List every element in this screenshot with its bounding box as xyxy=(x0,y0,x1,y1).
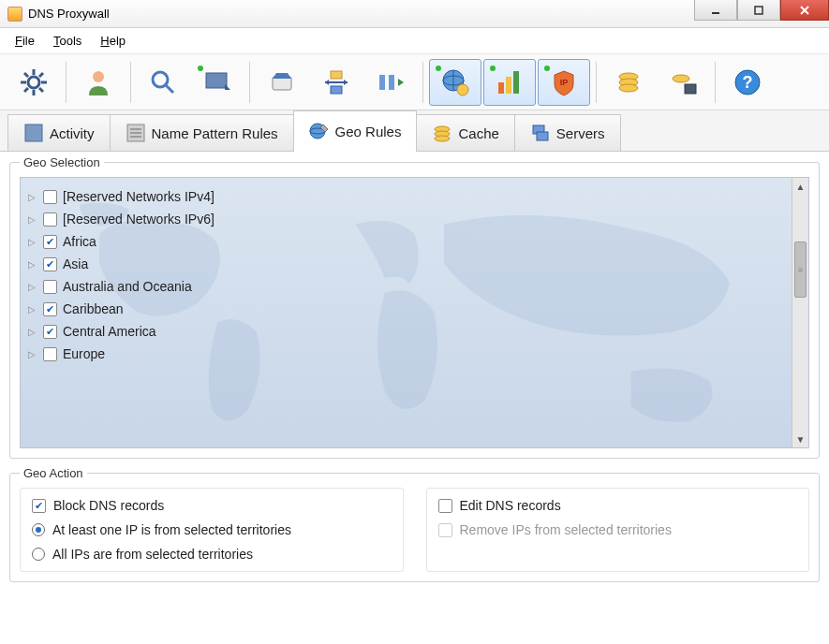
window-controls xyxy=(694,0,829,21)
geo-item[interactable]: ▷✔Africa xyxy=(24,230,805,253)
maximize-button[interactable] xyxy=(737,0,780,21)
minimize-button[interactable] xyxy=(694,0,737,21)
scroll-up-button[interactable]: ▲ xyxy=(792,178,808,195)
tool-help[interactable]: ? xyxy=(721,59,774,106)
help-icon: ? xyxy=(733,67,762,97)
geo-item[interactable]: ▷✔Central America xyxy=(24,320,805,343)
checkbox-icon[interactable] xyxy=(43,212,57,227)
geo-action-left: ✔ Block DNS records At least one IP is f… xyxy=(20,488,404,572)
menu-tools[interactable]: Tools xyxy=(46,31,89,51)
toolbar: IP ? xyxy=(0,54,829,110)
svg-rect-29 xyxy=(513,71,519,94)
svg-point-33 xyxy=(619,84,638,92)
checkbox-icon[interactable]: ✔ xyxy=(43,235,57,249)
tab-servers[interactable]: Servers xyxy=(514,114,621,151)
menu-file[interactable]: File xyxy=(7,31,42,51)
tool-settings[interactable] xyxy=(7,59,60,106)
tab-geo-rules[interactable]: Geo Rules xyxy=(293,110,418,151)
geo-item[interactable]: ▷[Reserved Networks IPv6] xyxy=(24,208,805,230)
tab-label: Cache xyxy=(458,125,498,141)
user-icon xyxy=(83,67,113,97)
checkbox-icon[interactable] xyxy=(43,347,57,361)
svg-rect-1 xyxy=(755,7,762,14)
checkbox-icon[interactable] xyxy=(43,190,57,204)
svg-line-15 xyxy=(166,85,173,93)
radio-all-ips[interactable]: All IPs are from selected territories xyxy=(32,547,392,562)
tool-user[interactable] xyxy=(72,59,125,106)
gear-icon xyxy=(19,67,49,97)
expand-icon[interactable]: ▷ xyxy=(26,326,37,337)
geo-item[interactable]: ▷Australia and Oceania xyxy=(24,275,805,298)
tool-disk-coins[interactable] xyxy=(657,59,709,106)
tab-cache[interactable]: Cache xyxy=(416,114,514,151)
expand-icon[interactable]: ▷ xyxy=(26,348,37,359)
close-icon xyxy=(799,5,810,16)
checkbox-icon: ✔ xyxy=(32,499,46,513)
tab-label: Name Pattern Rules xyxy=(152,125,278,141)
expand-icon[interactable]: ▷ xyxy=(26,303,37,315)
svg-rect-21 xyxy=(379,75,385,90)
globe-icon xyxy=(440,67,470,97)
geo-item-label: Africa xyxy=(63,234,96,249)
geo-item[interactable]: ▷Europe xyxy=(24,343,805,365)
content-area: Geo Selection ▷[Reserved Networks IPv4]▷… xyxy=(0,152,829,599)
expand-icon[interactable]: ▷ xyxy=(26,213,37,225)
checkbox-icon[interactable]: ✔ xyxy=(43,302,57,316)
scroll-thumb[interactable] xyxy=(794,242,807,298)
expand-icon[interactable]: ▷ xyxy=(26,258,37,270)
tool-search[interactable] xyxy=(137,59,189,106)
tool-ports[interactable] xyxy=(364,59,417,106)
tool-eraser[interactable] xyxy=(256,59,308,106)
checkbox-icon[interactable] xyxy=(43,280,57,294)
geo-action-fieldset: Geo Action ✔ Block DNS records At least … xyxy=(9,466,820,582)
toolbar-separator xyxy=(249,62,250,103)
radio-at-least-one[interactable]: At least one IP is from selected territo… xyxy=(32,522,392,537)
tab-name-pattern[interactable]: Name Pattern Rules xyxy=(110,114,294,151)
toolbar-separator xyxy=(130,62,131,103)
geo-selection-fieldset: Geo Selection ▷[Reserved Networks IPv4]▷… xyxy=(9,155,820,459)
svg-point-34 xyxy=(673,75,689,82)
edit-dns-checkbox[interactable]: Edit DNS records xyxy=(438,498,798,513)
maximize-icon xyxy=(754,6,763,15)
geo-item[interactable]: ▷✔Caribbean xyxy=(24,298,805,320)
svg-rect-22 xyxy=(389,75,394,90)
geo-item[interactable]: ▷✔Asia xyxy=(24,253,805,275)
expand-icon[interactable]: ▷ xyxy=(26,236,37,247)
tool-globe-coins[interactable] xyxy=(429,59,481,106)
geo-item[interactable]: ▷[Reserved Networks IPv4] xyxy=(24,185,805,208)
checkbox-icon[interactable]: ✔ xyxy=(43,257,57,271)
vertical-scrollbar[interactable]: ▲ ▼ xyxy=(792,178,808,447)
ports-icon xyxy=(376,67,406,97)
tool-chart-coins[interactable] xyxy=(483,59,536,106)
scroll-track[interactable] xyxy=(792,195,808,431)
geo-action-right: Edit DNS records Remove IPs from selecte… xyxy=(426,488,810,572)
globe-wrench-icon xyxy=(309,121,330,141)
toolbar-separator xyxy=(422,62,423,103)
scroll-down-button[interactable]: ▼ xyxy=(792,431,808,447)
tool-ip-shield[interactable]: IP xyxy=(538,59,590,106)
search-icon xyxy=(148,67,178,97)
block-dns-checkbox[interactable]: ✔ Block DNS records xyxy=(32,498,392,513)
geo-item-label: [Reserved Networks IPv6] xyxy=(63,212,215,227)
close-button[interactable] xyxy=(780,0,829,21)
tab-activity[interactable]: Activity xyxy=(7,114,111,151)
svg-line-9 xyxy=(24,73,28,77)
minimize-icon xyxy=(711,6,720,15)
geo-action-legend: Geo Action xyxy=(20,466,87,480)
svg-rect-17 xyxy=(273,77,291,90)
tool-network[interactable] xyxy=(310,59,363,106)
checkbox-icon[interactable]: ✔ xyxy=(43,325,57,339)
tool-monitor[interactable] xyxy=(191,59,244,106)
geo-item-label: Europe xyxy=(63,346,105,361)
menu-help[interactable]: Help xyxy=(93,31,133,51)
radio-label: At least one IP is from selected territo… xyxy=(52,522,291,537)
svg-line-12 xyxy=(24,88,28,92)
tab-label: Servers xyxy=(556,125,605,141)
toolbar-separator xyxy=(596,62,597,103)
tool-coins[interactable] xyxy=(602,59,655,106)
expand-icon[interactable]: ▷ xyxy=(26,281,37,292)
svg-rect-38 xyxy=(25,124,42,141)
status-dot-icon xyxy=(490,66,496,71)
expand-icon[interactable]: ▷ xyxy=(26,191,37,202)
tab-label: Geo Rules xyxy=(335,124,402,139)
